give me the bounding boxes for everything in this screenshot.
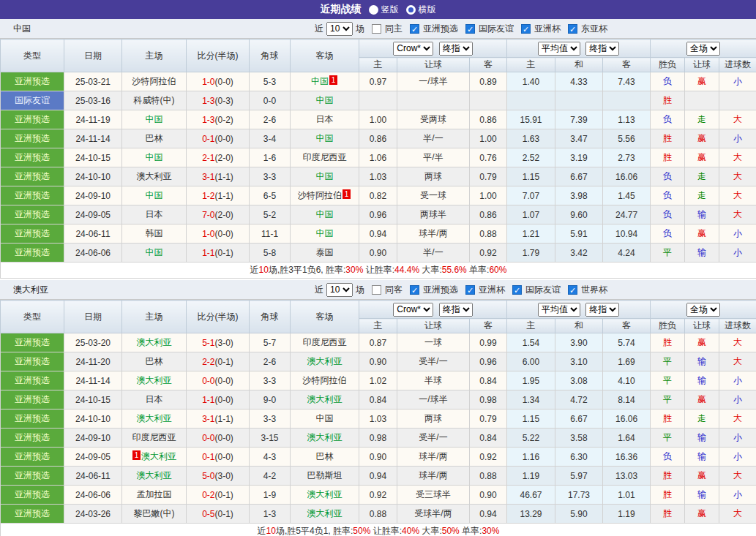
handicap-result: 输 — [685, 352, 719, 371]
handicap-result: 赢 — [685, 72, 719, 91]
home-team: 巴林 — [122, 352, 187, 371]
league-checkbox[interactable]: ✓ — [568, 285, 577, 295]
team-name-text: 中国 — [146, 190, 163, 200]
match-row: 亚洲预选24-06-06孟加拉国0-2(0-1)1-9澳大利亚0.92受三球半0… — [1, 486, 756, 505]
odds-home: 1.03 — [359, 409, 397, 429]
fulltime-select[interactable]: 全场 — [686, 42, 720, 56]
home-team: 1澳大利亚 — [122, 448, 187, 467]
match-score: 1-0(0-0) — [187, 72, 250, 91]
avg-home-odds: 7.07 — [507, 186, 555, 205]
result-group: 全场 — [651, 39, 756, 58]
average-select[interactable]: 平均值 — [538, 303, 580, 317]
league-checkbox[interactable]: ✓ — [512, 285, 522, 295]
home-team: 澳大利亚 — [122, 371, 187, 390]
games-count-select[interactable]: 10 — [326, 283, 353, 297]
avg-odds-time-select[interactable]: 终指 — [585, 42, 619, 56]
avg-draw-odds: 6.67 — [555, 167, 603, 186]
corner-score: 2-6 — [250, 352, 291, 371]
avg-home-odds: 1.21 — [507, 224, 555, 244]
handicap-result: 输 — [685, 244, 719, 263]
league-checkbox[interactable]: ✓ — [465, 285, 475, 295]
league-checkbox[interactable]: ✓ — [410, 24, 419, 34]
match-date: 24-06-11 — [64, 467, 122, 486]
league-checkbox[interactable]: ✓ — [465, 24, 475, 34]
col-avg-draw: 和 — [555, 319, 603, 333]
odds-away: 0.94 — [470, 505, 507, 524]
competition-type-badge: 亚洲预选 — [1, 390, 64, 409]
bookmaker-select[interactable]: Crow* — [393, 42, 433, 56]
col-date: 日期 — [64, 301, 122, 333]
same-venue-checkbox[interactable] — [372, 24, 381, 34]
avg-draw-odds: 5.91 — [555, 224, 603, 244]
col-avg-away: 客 — [603, 319, 651, 333]
league-label: 国际友谊 — [479, 23, 514, 35]
fulltime-select[interactable]: 全场 — [686, 303, 720, 317]
match-row: 亚洲预选25-03-20澳大利亚5-1(3-0)5-7印度尼西亚0.87一球0.… — [1, 333, 756, 352]
home-team: 澳大利亚 — [122, 167, 187, 186]
odds-home: 0.86 — [359, 129, 397, 148]
avg-odds-time-select[interactable]: 终指 — [585, 303, 619, 317]
avg-away-odds: 13.03 — [603, 467, 651, 486]
avg-home-odds: 1.19 — [507, 467, 555, 486]
match-row: 亚洲预选24-09-10印度尼西亚0-0(0-0)3-15澳大利亚0.98受半/… — [1, 429, 756, 448]
average-select[interactable]: 平均值 — [538, 42, 580, 56]
page-title: 近期战绩 — [321, 3, 362, 16]
average-odds-group: 平均值 终指 — [507, 39, 651, 58]
match-date: 24-11-14 — [64, 129, 122, 148]
team-name-text: 澳大利亚 — [137, 470, 172, 480]
odds-home: 0.90 — [359, 448, 397, 467]
avg-home-odds: 1.79 — [507, 244, 555, 263]
same-venue-checkbox[interactable] — [372, 285, 381, 295]
odds-time-select[interactable]: 终指 — [439, 42, 473, 56]
radio-selected-icon[interactable] — [406, 5, 416, 15]
team-name-text: 黎巴嫩(中) — [134, 508, 175, 518]
away-team: 中国1 — [291, 72, 359, 91]
team-name-text: 中国 — [311, 76, 329, 86]
odds-away: 1.00 — [470, 129, 507, 148]
goals-result — [719, 91, 756, 110]
summary-text: 场,胜5平4负1, 胜率: — [276, 526, 353, 536]
filter-bar: 澳大利亚 近 10 场 同客 ✓ 亚洲预选 ✓ 亚洲杯 ✓ 国际友谊 ✓ 世界杯 — [0, 280, 756, 300]
games-suffix-label: 场 — [356, 284, 364, 296]
winloss-result: 胜 — [651, 467, 685, 486]
col-goals: 进球数 — [719, 58, 756, 72]
col-score: 比分(半场) — [187, 39, 250, 72]
games-count-select[interactable]: 10 — [326, 22, 353, 36]
odds-home — [359, 91, 397, 110]
summary-text: 44.4% — [394, 265, 419, 275]
avg-draw-odds: 3.98 — [555, 186, 603, 205]
league-checkbox[interactable]: ✓ — [521, 24, 531, 34]
goals-result: 大 — [719, 110, 756, 129]
horizontal-layout-radio[interactable]: 横版 — [406, 4, 436, 16]
handicap-result: 赢 — [685, 333, 719, 352]
away-team: 中国 — [291, 129, 359, 148]
league-checkbox[interactable]: ✓ — [410, 285, 419, 295]
team-name-text: 巴林 — [146, 133, 163, 143]
goals-result: 大 — [719, 186, 756, 205]
result-group: 全场 — [651, 301, 756, 319]
avg-home-odds: 6.00 — [507, 352, 555, 371]
league-label: 国际友谊 — [525, 284, 561, 296]
winloss-result: 平 — [651, 390, 685, 409]
league-checkbox[interactable]: ✓ — [568, 24, 577, 34]
home-team: 澳大利亚 — [122, 467, 187, 486]
vertical-layout-radio[interactable]: 竖版 — [369, 4, 399, 16]
summary-text: 场,胜3平1负6, 胜率: — [269, 265, 345, 275]
team-name-text: 中国 — [146, 247, 163, 257]
odds-time-select[interactable]: 终指 — [439, 303, 473, 317]
away-team: 印度尼西亚 — [291, 333, 359, 352]
team-name-text: 中国 — [316, 171, 334, 181]
winloss-result: 胜 — [651, 91, 685, 110]
handicap-line: 半/一 — [397, 129, 470, 148]
summary-text: 大率: — [419, 265, 442, 275]
competition-type-badge: 亚洲预选 — [1, 224, 64, 244]
avg-draw-odds: 4.72 — [555, 390, 603, 409]
corner-score: 4-3 — [250, 448, 291, 467]
avg-draw-odds: 6.30 — [555, 448, 603, 467]
team-name-text: 印度尼西亚 — [303, 337, 347, 347]
radio-unselected-icon[interactable] — [369, 5, 378, 15]
bookmaker-select[interactable]: Crow* — [393, 303, 433, 317]
avg-away-odds: 24.77 — [603, 205, 651, 224]
winloss-result: 负 — [651, 186, 685, 205]
corner-score: 5-7 — [250, 333, 291, 352]
